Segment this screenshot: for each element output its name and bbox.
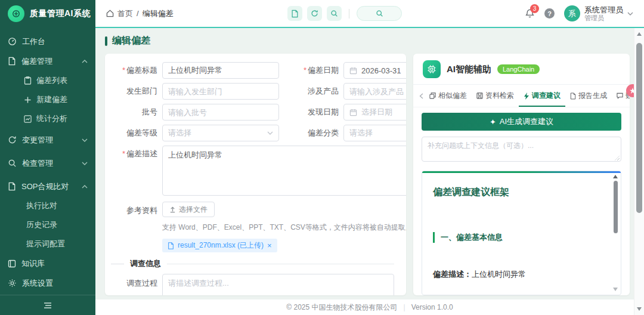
sidebar-item-workbench[interactable]: 工作台 — [0, 32, 95, 51]
calendar-icon — [349, 109, 357, 116]
ai-generate-button[interactable]: ✦ AI生成调查建议 — [422, 113, 621, 131]
dashboard-icon — [8, 37, 17, 46]
investigation-section-divider: 调查信息 — [111, 258, 394, 269]
notification-badge: 3 — [530, 4, 539, 13]
home-icon — [106, 10, 114, 17]
help-button[interactable]: ? — [544, 8, 555, 18]
refresh-button[interactable] — [307, 6, 322, 21]
field-batch: 批号 — [111, 104, 279, 121]
file-name: result_270nm.xlsx (已上传) — [178, 240, 264, 251]
page-scrollbar[interactable] — [634, 28, 644, 315]
sidebar-item-new-deviation[interactable]: 新建偏差 — [0, 90, 95, 109]
new-document-icon — [291, 10, 299, 18]
sidebar-item-system-settings[interactable]: 系统设置 — [0, 273, 95, 293]
deviation-date-picker[interactable]: 2026-03-31 — [343, 62, 406, 79]
chevron-down-icon — [82, 138, 88, 142]
upload-icon — [169, 206, 176, 213]
tabs-scroll-left[interactable] — [418, 93, 425, 99]
process-textarea[interactable] — [162, 274, 394, 295]
scroll-up-arrow[interactable] — [637, 32, 642, 36]
product-input[interactable] — [343, 83, 406, 100]
panel-scroll-up-arrow[interactable] — [613, 175, 618, 178]
panel-scrollbar-thumb[interactable] — [614, 181, 618, 233]
field-department: 发生部门 — [111, 83, 279, 100]
app-logo-row: 质量管理AI系统 — [0, 0, 95, 27]
search-icon — [8, 159, 17, 168]
deviation-title-input[interactable] — [162, 62, 279, 79]
sparkle-icon: ✦ — [490, 118, 496, 126]
global-search-input[interactable] — [357, 6, 402, 21]
sidebar-item-change-mgmt[interactable]: 变更管理 — [0, 130, 95, 150]
sidebar-item-inspection-mgmt[interactable]: 检查管理 — [0, 153, 95, 173]
header-quick-actions — [287, 0, 402, 27]
archive-icon — [476, 92, 483, 99]
header-divider — [349, 9, 349, 18]
panel-scroll-down-arrow[interactable] — [613, 288, 618, 291]
batch-input[interactable] — [162, 104, 279, 121]
breadcrumb-home[interactable]: 首页 — [117, 8, 133, 19]
breadcrumb-current: 编辑偏差 — [143, 8, 174, 19]
lightning-icon — [524, 92, 530, 100]
field-level: 偏差等级 请选择 — [111, 125, 279, 141]
search-icon — [330, 10, 338, 17]
found-date-picker[interactable]: 选择日期 — [343, 104, 406, 121]
search-icon — [376, 10, 383, 17]
book-icon — [8, 260, 16, 268]
user-role: 管理员 — [584, 14, 623, 21]
new-document-button[interactable] — [287, 6, 302, 21]
gear-icon — [8, 279, 17, 288]
scrollbar-thumb[interactable] — [636, 43, 642, 213]
ai-panel-title: AI智能辅助 — [447, 64, 491, 75]
header-right: 3 ? 系 系统管理员 管理员 — [525, 5, 633, 21]
department-input[interactable] — [162, 83, 279, 100]
sidebar-collapse-button[interactable] — [0, 295, 95, 315]
sidebar-item-knowledge-base[interactable]: 知识库 — [0, 254, 95, 273]
sidebar-nav: 工作台 偏差管理 偏差列表 新建偏差 统计分析 变更管理 检查管理 — [0, 27, 95, 295]
chevron-down-icon — [82, 162, 88, 165]
sidebar-item-history[interactable]: 历史记录 — [0, 215, 95, 234]
tab-data-retrieval[interactable]: 资料检索 — [472, 85, 519, 107]
langchain-badge: LangChain — [497, 64, 540, 74]
suggestion-title: 偏差调查建议框架 — [433, 186, 609, 199]
sidebar-item-stat-analysis[interactable]: 统计分析 — [0, 109, 95, 128]
chart-icon — [24, 115, 32, 123]
ai-panel-header: AI智能辅助 LangChain — [413, 54, 630, 85]
user-menu[interactable]: 系 系统管理员 管理员 — [564, 5, 633, 21]
select-file-button[interactable]: 选择文件 — [162, 202, 215, 217]
field-product: 涉及产品 — [292, 83, 406, 100]
sidebar-item-deviation-list[interactable]: 偏差列表 — [0, 71, 95, 90]
notifications-button[interactable]: 3 — [525, 8, 535, 18]
clipboard-icon — [24, 76, 32, 85]
tab-investigation-suggestion[interactable]: 调查建议 — [519, 85, 565, 107]
search-button[interactable] — [327, 6, 342, 21]
tab-similar-deviation[interactable]: 相似偏差 — [425, 85, 472, 107]
scroll-down-arrow[interactable] — [637, 307, 642, 311]
uploaded-file-chip[interactable]: result_270nm.xlsx (已上传) × — [162, 239, 277, 252]
sidebar-item-run-compare[interactable]: 执行比对 — [0, 196, 95, 215]
field-found-date: 发现日期 选择日期 — [292, 104, 406, 121]
description-textarea[interactable]: 上位机时间异常 — [162, 146, 406, 196]
suggestion-panel: 偏差调查建议框架 一、偏差基本信息 偏差描述：上位机时间异常 偏差分类：待确定 — [422, 171, 621, 295]
upload-hint: 支持 Word、PDF、Excel、PPT、TXT、CSV等格式，文件内容将被自… — [162, 223, 406, 233]
report-icon — [570, 92, 576, 100]
title-accent-bar — [105, 36, 107, 46]
category-select[interactable]: 请选择 — [343, 125, 406, 141]
field-deviation-title: *偏差标题 — [111, 62, 279, 79]
page-footer: © 2025 中国生物技术股份有限公司 | Version 1.0.0 — [95, 299, 644, 315]
suggestion-desc-line: 偏差描述：上位机时间异常 — [433, 269, 609, 280]
context-textarea[interactable] — [422, 137, 621, 162]
refresh-icon — [8, 135, 17, 144]
suggestion-section-1: 一、偏差基本信息 — [433, 232, 609, 243]
sidebar-item-prompt-config[interactable]: 提示词配置 — [0, 234, 95, 254]
chevron-down-icon — [627, 12, 633, 16]
sidebar-item-deviation-mgmt[interactable]: 偏差管理 — [0, 51, 95, 71]
tab-report-generation[interactable]: 报告生成 — [565, 85, 612, 107]
collapse-menu-icon — [43, 302, 52, 309]
level-select[interactable]: 请选择 — [162, 125, 279, 141]
remove-file-icon[interactable]: × — [267, 241, 272, 250]
field-description: *偏差描述 上位机时间异常 — [111, 146, 406, 197]
sidebar-item-sop-compare[interactable]: SOP合规比对 — [0, 177, 95, 196]
breadcrumb-separator: / — [137, 9, 139, 18]
field-deviation-date: *偏差日期 2026-03-31 — [292, 62, 406, 79]
breadcrumb: 首页 / 编辑偏差 — [106, 8, 174, 19]
